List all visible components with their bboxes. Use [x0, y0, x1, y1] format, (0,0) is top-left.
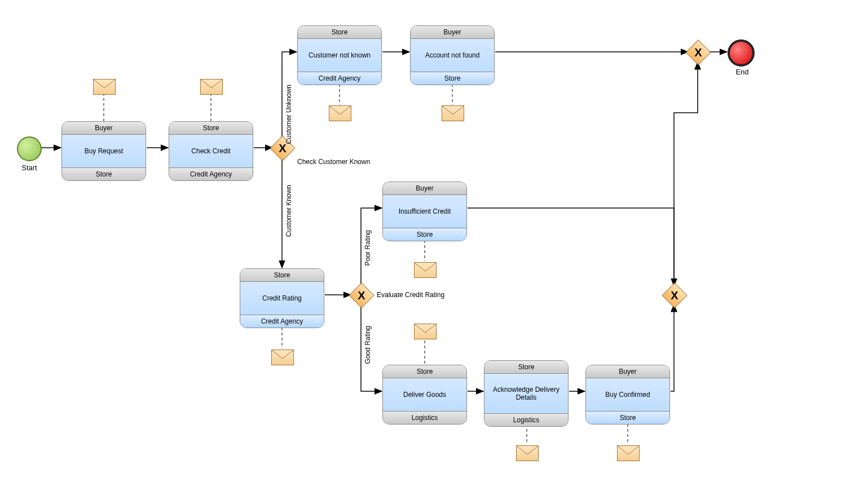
task-head: Buyer [411, 26, 494, 39]
task-acknowledge-delivery: Store Acknowledge Delivery Details Logis… [484, 360, 569, 427]
message-icon [200, 79, 223, 95]
task-body: Buy Confirmed [586, 378, 669, 411]
task-buy-request: Buyer Buy Request Store [61, 121, 146, 181]
task-head: Store [484, 361, 568, 374]
task-head: Buyer [586, 365, 669, 378]
task-foot: Credit Agency [240, 315, 324, 328]
task-head: Store [169, 122, 253, 135]
message-icon [93, 79, 116, 95]
edge-label-good-rating: Good Rating [364, 326, 372, 364]
end-label: End [731, 68, 754, 76]
task-foot: Store [62, 167, 146, 180]
edge-label-customer-unknown: Customer Unknown [285, 85, 293, 144]
task-buy-confirmed: Buyer Buy Confirmed Store [585, 365, 670, 425]
task-body: Customer not known [298, 39, 381, 72]
task-customer-not-known: Store Customer not known Credit Agency [297, 25, 382, 85]
task-head: Buyer [383, 182, 466, 195]
task-account-not-found: Buyer Account not found Store [410, 25, 495, 85]
message-icon [414, 324, 437, 339]
task-body: Credit Rating [240, 282, 324, 315]
task-head: Store [298, 26, 381, 39]
task-body: Account not found [411, 39, 494, 72]
message-icon [442, 105, 464, 121]
message-icon [516, 445, 539, 461]
message-icon [329, 105, 351, 121]
task-check-credit: Store Check Credit Credit Agency [169, 121, 253, 181]
task-foot: Store [383, 228, 466, 241]
message-icon [617, 445, 640, 461]
task-body: Deliver Goods [383, 378, 466, 411]
task-body: Check Credit [169, 135, 253, 167]
task-body: Acknowledge Delivery Details [484, 374, 568, 413]
task-insufficient-credit: Buyer Insufficient Credit Store [382, 182, 467, 241]
task-head: Buyer [62, 122, 146, 135]
edge-label-customer-known: Customer Known [285, 185, 293, 237]
edge-label-poor-rating: Poor Rating [364, 230, 372, 266]
gateway-label: Evaluate Credit Rating [377, 291, 444, 299]
message-icon [414, 262, 437, 278]
task-foot: Store [586, 411, 669, 424]
task-foot: Logistics [383, 411, 466, 424]
gateway-label: Check Customer Known [297, 158, 370, 166]
end-event [728, 39, 755, 67]
start-event [17, 136, 42, 161]
task-credit-rating: Store Credit Rating Credit Agency [240, 268, 324, 328]
task-foot: Logistics [484, 413, 568, 426]
start-label: Start [18, 163, 41, 172]
task-body: Insufficient Credit [383, 195, 466, 228]
task-foot: Store [411, 72, 494, 85]
task-foot: Credit Agency [169, 167, 253, 180]
message-icon [271, 350, 294, 365]
task-body: Buy Request [62, 135, 146, 167]
task-deliver-goods: Store Deliver Goods Logistics [382, 365, 467, 425]
task-head: Store [383, 365, 466, 378]
task-foot: Credit Agency [298, 72, 381, 85]
task-head: Store [240, 269, 324, 282]
